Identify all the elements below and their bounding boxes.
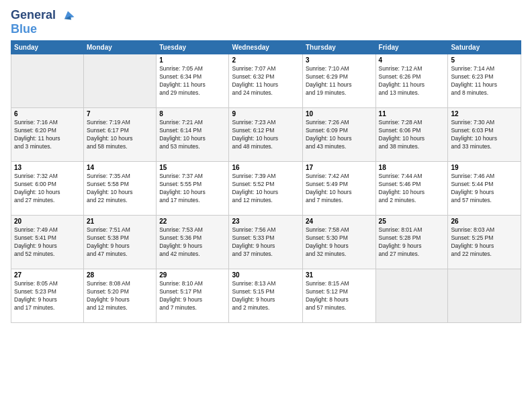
table-row: 15Sunrise: 7:37 AM Sunset: 5:55 PM Dayli… <box>157 162 229 216</box>
header: General Blue <box>11 8 521 35</box>
table-row: 6Sunrise: 7:16 AM Sunset: 6:20 PM Daylig… <box>11 108 84 162</box>
col-thursday: Thursday <box>302 41 375 54</box>
day-number: 20 <box>14 218 81 225</box>
day-info: Sunrise: 7:51 AM Sunset: 5:38 PM Dayligh… <box>87 226 153 259</box>
day-number: 18 <box>379 164 445 171</box>
col-friday: Friday <box>375 41 448 54</box>
day-number: 24 <box>306 218 373 225</box>
logo-blue: Blue <box>11 23 75 35</box>
table-row: 1Sunrise: 7:05 AM Sunset: 6:34 PM Daylig… <box>157 54 229 108</box>
logo-text: General <box>11 8 75 23</box>
table-row: 8Sunrise: 7:21 AM Sunset: 6:14 PM Daylig… <box>157 108 229 162</box>
logo: General Blue <box>11 8 75 35</box>
day-number: 26 <box>451 218 518 225</box>
table-row: 20Sunrise: 7:49 AM Sunset: 5:41 PM Dayli… <box>11 216 84 269</box>
day-info: Sunrise: 7:53 AM Sunset: 5:36 PM Dayligh… <box>159 226 226 259</box>
table-row: 21Sunrise: 7:51 AM Sunset: 5:38 PM Dayli… <box>84 216 157 269</box>
day-number: 30 <box>232 271 299 279</box>
table-row: 28Sunrise: 8:08 AM Sunset: 5:20 PM Dayli… <box>84 269 157 323</box>
day-info: Sunrise: 7:05 AM Sunset: 6:34 PM Dayligh… <box>159 65 226 97</box>
table-row: 3Sunrise: 7:10 AM Sunset: 6:29 PM Daylig… <box>302 54 375 108</box>
day-number: 21 <box>87 218 153 225</box>
day-number: 16 <box>232 164 299 171</box>
table-row <box>84 54 157 108</box>
day-info: Sunrise: 7:58 AM Sunset: 5:30 PM Dayligh… <box>306 226 373 259</box>
table-row: 13Sunrise: 7:32 AM Sunset: 6:00 PM Dayli… <box>11 162 84 216</box>
day-number: 2 <box>232 56 299 64</box>
day-number: 5 <box>451 56 518 64</box>
day-info: Sunrise: 8:10 AM Sunset: 5:17 PM Dayligh… <box>159 280 226 312</box>
day-info: Sunrise: 7:07 AM Sunset: 6:32 PM Dayligh… <box>232 65 299 97</box>
calendar-week-row: 20Sunrise: 7:49 AM Sunset: 5:41 PM Dayli… <box>11 216 521 269</box>
day-info: Sunrise: 8:05 AM Sunset: 5:23 PM Dayligh… <box>14 280 81 312</box>
calendar-table: Sunday Monday Tuesday Wednesday Thursday… <box>11 40 521 323</box>
day-number: 25 <box>379 218 445 225</box>
day-info: Sunrise: 7:23 AM Sunset: 6:12 PM Dayligh… <box>232 119 299 151</box>
day-number: 14 <box>87 164 153 171</box>
table-row: 12Sunrise: 7:30 AM Sunset: 6:03 PM Dayli… <box>448 108 521 162</box>
page: General Blue Sunday Monday Tuesday <box>0 0 532 411</box>
day-number: 4 <box>379 56 445 64</box>
calendar-week-row: 1Sunrise: 7:05 AM Sunset: 6:34 PM Daylig… <box>11 54 521 108</box>
logo-icon <box>60 8 75 23</box>
table-row <box>11 54 84 108</box>
day-number: 11 <box>379 110 445 118</box>
day-info: Sunrise: 7:26 AM Sunset: 6:09 PM Dayligh… <box>306 119 373 151</box>
day-info: Sunrise: 7:14 AM Sunset: 6:23 PM Dayligh… <box>451 65 518 97</box>
table-row: 14Sunrise: 7:35 AM Sunset: 5:58 PM Dayli… <box>84 162 157 216</box>
day-number: 10 <box>306 110 373 118</box>
day-info: Sunrise: 7:16 AM Sunset: 6:20 PM Dayligh… <box>14 119 81 151</box>
col-sunday: Sunday <box>11 41 84 54</box>
table-row: 2Sunrise: 7:07 AM Sunset: 6:32 PM Daylig… <box>229 54 302 108</box>
day-number: 29 <box>159 271 226 279</box>
table-row: 17Sunrise: 7:42 AM Sunset: 5:49 PM Dayli… <box>302 162 375 216</box>
day-info: Sunrise: 7:46 AM Sunset: 5:44 PM Dayligh… <box>451 173 518 205</box>
day-number: 19 <box>451 164 518 171</box>
day-info: Sunrise: 7:42 AM Sunset: 5:49 PM Dayligh… <box>306 173 373 205</box>
table-row <box>448 269 521 323</box>
table-row: 30Sunrise: 8:13 AM Sunset: 5:15 PM Dayli… <box>229 269 302 323</box>
day-number: 1 <box>159 56 226 64</box>
day-info: Sunrise: 7:21 AM Sunset: 6:14 PM Dayligh… <box>159 119 226 151</box>
table-row: 27Sunrise: 8:05 AM Sunset: 5:23 PM Dayli… <box>11 269 84 323</box>
day-number: 17 <box>306 164 373 171</box>
day-info: Sunrise: 7:32 AM Sunset: 6:00 PM Dayligh… <box>14 173 81 205</box>
calendar-header-row: Sunday Monday Tuesday Wednesday Thursday… <box>11 41 521 54</box>
table-row: 25Sunrise: 8:01 AM Sunset: 5:28 PM Dayli… <box>375 216 448 269</box>
day-number: 6 <box>14 110 81 118</box>
col-monday: Monday <box>84 41 157 54</box>
calendar-week-row: 13Sunrise: 7:32 AM Sunset: 6:00 PM Dayli… <box>11 162 521 216</box>
table-row: 16Sunrise: 7:39 AM Sunset: 5:52 PM Dayli… <box>229 162 302 216</box>
table-row: 22Sunrise: 7:53 AM Sunset: 5:36 PM Dayli… <box>157 216 229 269</box>
calendar-week-row: 6Sunrise: 7:16 AM Sunset: 6:20 PM Daylig… <box>11 108 521 162</box>
day-number: 7 <box>87 110 153 118</box>
table-row: 10Sunrise: 7:26 AM Sunset: 6:09 PM Dayli… <box>302 108 375 162</box>
col-tuesday: Tuesday <box>157 41 229 54</box>
table-row: 23Sunrise: 7:56 AM Sunset: 5:33 PM Dayli… <box>229 216 302 269</box>
day-number: 15 <box>159 164 226 171</box>
day-number: 9 <box>232 110 299 118</box>
table-row: 18Sunrise: 7:44 AM Sunset: 5:46 PM Dayli… <box>375 162 448 216</box>
table-row: 31Sunrise: 8:15 AM Sunset: 5:12 PM Dayli… <box>302 269 375 323</box>
table-row: 29Sunrise: 8:10 AM Sunset: 5:17 PM Dayli… <box>157 269 229 323</box>
day-info: Sunrise: 7:30 AM Sunset: 6:03 PM Dayligh… <box>451 119 518 151</box>
day-number: 13 <box>14 164 81 171</box>
day-info: Sunrise: 8:08 AM Sunset: 5:20 PM Dayligh… <box>87 280 153 312</box>
day-number: 28 <box>87 271 153 279</box>
day-number: 27 <box>14 271 81 279</box>
col-saturday: Saturday <box>448 41 521 54</box>
day-info: Sunrise: 8:15 AM Sunset: 5:12 PM Dayligh… <box>306 280 373 312</box>
day-info: Sunrise: 7:19 AM Sunset: 6:17 PM Dayligh… <box>87 119 153 151</box>
day-number: 3 <box>306 56 373 64</box>
day-number: 12 <box>451 110 518 118</box>
day-info: Sunrise: 7:37 AM Sunset: 5:55 PM Dayligh… <box>159 173 226 205</box>
col-wednesday: Wednesday <box>229 41 302 54</box>
day-info: Sunrise: 8:01 AM Sunset: 5:28 PM Dayligh… <box>379 226 445 259</box>
table-row: 11Sunrise: 7:28 AM Sunset: 6:06 PM Dayli… <box>375 108 448 162</box>
day-info: Sunrise: 7:28 AM Sunset: 6:06 PM Dayligh… <box>379 119 445 151</box>
day-info: Sunrise: 7:12 AM Sunset: 6:26 PM Dayligh… <box>379 65 445 97</box>
table-row: 19Sunrise: 7:46 AM Sunset: 5:44 PM Dayli… <box>448 162 521 216</box>
day-info: Sunrise: 7:39 AM Sunset: 5:52 PM Dayligh… <box>232 173 299 205</box>
day-info: Sunrise: 8:03 AM Sunset: 5:25 PM Dayligh… <box>451 226 518 259</box>
table-row: 24Sunrise: 7:58 AM Sunset: 5:30 PM Dayli… <box>302 216 375 269</box>
